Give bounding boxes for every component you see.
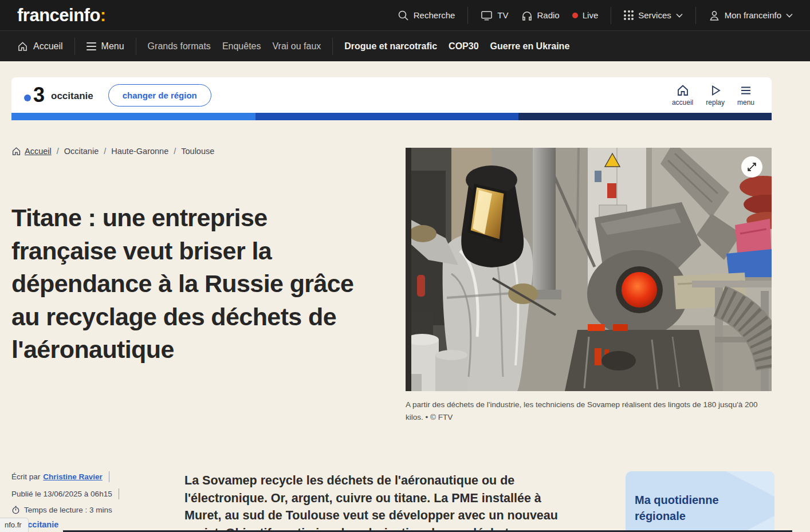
- tv-label: TV: [497, 10, 508, 20]
- header-actions: Recherche TV Radio Live Services: [398, 7, 793, 24]
- breadcrumb-separator: /: [57, 147, 59, 156]
- region-accueil-button[interactable]: accueil: [672, 84, 693, 107]
- hamburger-icon: [86, 42, 96, 50]
- france3-dot-icon: [24, 94, 31, 101]
- region-accent-bar: [11, 113, 772, 120]
- services-label: Services: [638, 10, 671, 20]
- divider: [332, 38, 333, 55]
- menu-lines-icon: [739, 84, 753, 97]
- page: franceinfo: Recherche TV Radio Live: [0, 0, 810, 532]
- accent-segment-navy: [518, 113, 772, 120]
- accent-segment-mid: [255, 113, 518, 120]
- headphones-icon: [521, 10, 533, 21]
- nav-enquetes[interactable]: Enquêtes: [222, 41, 261, 52]
- region-bar: 3 occitanie changer de région accueil re…: [11, 77, 772, 120]
- search-label: Recherche: [414, 10, 455, 20]
- change-region-button[interactable]: changer de région: [108, 84, 211, 107]
- expand-image-button[interactable]: [741, 156, 762, 178]
- logo-colon: :: [100, 5, 106, 25]
- play-icon: [709, 84, 722, 97]
- region-menu-label: menu: [737, 98, 754, 107]
- breadcrumb-home[interactable]: Accueil: [11, 147, 52, 156]
- apps-grid-icon: [624, 10, 634, 20]
- written-by-label: Écrit par: [11, 472, 40, 481]
- search-button[interactable]: Recherche: [398, 10, 455, 21]
- france3-number: 3: [33, 85, 45, 105]
- services-menu[interactable]: Services: [624, 10, 683, 20]
- expand-icon: [746, 161, 757, 172]
- home-icon: [676, 84, 690, 97]
- nav-vrai-ou-faux[interactable]: Vrai ou faux: [272, 41, 321, 52]
- nav-link-label: COP30: [449, 41, 478, 52]
- breadcrumb-separator: /: [174, 147, 176, 156]
- stopwatch-icon: [11, 506, 20, 514]
- chevron-down-icon: [676, 13, 683, 18]
- home-icon: [11, 147, 21, 156]
- nav-accueil[interactable]: Accueil: [17, 41, 63, 52]
- nav-link-label: Vrai ou faux: [272, 41, 321, 52]
- france3-logo[interactable]: 3 occitanie: [24, 85, 93, 105]
- newsletter-title: Ma quotidienne régionale: [635, 492, 765, 524]
- nav-grands-formats[interactable]: Grands formats: [148, 41, 211, 52]
- radio-button[interactable]: Radio: [521, 10, 560, 21]
- account-label: Mon franceinfo: [725, 10, 781, 20]
- divider: [119, 488, 119, 499]
- france3-region-name: occitanie: [51, 90, 93, 102]
- region-accueil-label: accueil: [672, 98, 693, 107]
- foundry-photo-illustration: [406, 148, 772, 391]
- tv-icon: [481, 10, 493, 21]
- chevron-down-icon: [786, 13, 793, 18]
- live-label: Live: [583, 10, 599, 20]
- franceinfo-logo[interactable]: franceinfo:: [17, 5, 106, 26]
- byline: Écrit par Christine Ravier Publié le 13/…: [11, 471, 119, 521]
- nav-link-label: Grands formats: [148, 41, 211, 52]
- nav-link-label: Drogue et narcotrafic: [344, 41, 437, 52]
- nav-drogue-narcotrafic[interactable]: Drogue et narcotrafic: [344, 41, 437, 52]
- nav-menu[interactable]: Menu: [86, 41, 124, 52]
- tv-button[interactable]: TV: [481, 10, 508, 21]
- nav-accueil-label: Accueil: [33, 41, 63, 52]
- divider: [611, 7, 611, 24]
- live-button[interactable]: Live: [572, 10, 599, 20]
- nav-menu-label: Menu: [101, 41, 124, 52]
- radio-label: Radio: [537, 10, 560, 20]
- divider: [74, 38, 75, 55]
- article-image: [406, 148, 772, 391]
- reading-time: Temps de lecture : 3 mins: [24, 506, 112, 514]
- main-header: franceinfo: Recherche TV Radio Live: [0, 0, 810, 30]
- published-date: Publié le 13/06/2025 à 06h15: [11, 490, 112, 498]
- breadcrumb-haute-garonne[interactable]: Haute-Garonne: [111, 147, 168, 156]
- accent-segment-light: [11, 113, 255, 120]
- search-icon: [398, 10, 409, 21]
- breadcrumb-toulouse[interactable]: Toulouse: [181, 147, 214, 156]
- newsletter-card[interactable]: Ma quotidienne régionale Recevez tous le…: [626, 471, 774, 532]
- account-menu[interactable]: Mon franceinfo: [709, 10, 793, 21]
- author-link[interactable]: Christine Ravier: [43, 472, 103, 481]
- main-nav: Accueil Menu Grands formats Enquêtes Vra…: [0, 30, 810, 61]
- image-caption: A partir des déchets de l'industrie, les…: [406, 399, 773, 424]
- logo-text: franceinfo: [17, 5, 100, 25]
- region-menu-button[interactable]: menu: [737, 84, 754, 107]
- home-icon: [17, 41, 28, 52]
- divider: [467, 7, 468, 24]
- divider: [695, 7, 696, 24]
- divider: [136, 38, 136, 55]
- region-replay-button[interactable]: replay: [706, 84, 725, 107]
- nav-link-label: Enquêtes: [222, 41, 261, 52]
- user-icon: [709, 10, 720, 21]
- breadcrumb: Accueil / Occitanie / Haute-Garonne / To…: [11, 147, 214, 156]
- breadcrumb-separator: /: [104, 147, 106, 156]
- browser-status-url: nfo.fr: [0, 518, 29, 532]
- breadcrumb-occitanie[interactable]: Occitanie: [64, 147, 99, 156]
- breadcrumb-accueil[interactable]: Accueil: [25, 147, 52, 156]
- nav-guerre-ukraine[interactable]: Guerre en Ukraine: [490, 41, 570, 52]
- article-intro: La Sovamep recycle les déchets de l'aéro…: [184, 472, 569, 532]
- region-replay-label: replay: [706, 98, 725, 107]
- nav-link-label: Guerre en Ukraine: [490, 41, 570, 52]
- live-dot-icon: [572, 13, 578, 18]
- page-title: Titane : une entreprise française veut b…: [11, 202, 376, 367]
- nav-cop30[interactable]: COP30: [449, 41, 478, 52]
- region-actions: accueil replay menu: [672, 84, 759, 107]
- divider: [109, 471, 109, 482]
